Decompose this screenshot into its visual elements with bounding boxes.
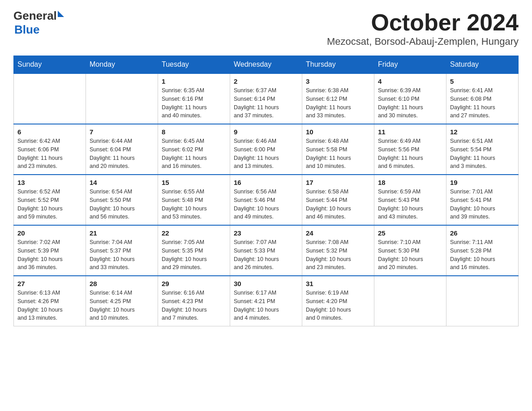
- title-block: October 2024 Mezocsat, Borsod-Abauj-Zemp…: [327, 9, 519, 52]
- calendar-cell: 5Sunrise: 6:41 AMSunset: 6:08 PMDaylight…: [446, 73, 519, 124]
- day-info: Sunrise: 6:52 AMSunset: 5:52 PMDaylight:…: [17, 188, 82, 221]
- day-number: 21: [90, 229, 154, 237]
- day-number: 25: [378, 229, 442, 237]
- day-number: 4: [378, 77, 442, 85]
- logo-triangle-icon: [58, 11, 64, 17]
- weekday-header-thursday: Thursday: [302, 56, 374, 74]
- day-info: Sunrise: 7:04 AMSunset: 5:37 PMDaylight:…: [90, 238, 154, 272]
- day-info: Sunrise: 6:39 AMSunset: 6:10 PMDaylight:…: [378, 86, 442, 120]
- logo: General Blue: [13, 9, 64, 37]
- day-number: 7: [90, 128, 154, 136]
- calendar-cell: 22Sunrise: 7:05 AMSunset: 5:35 PMDayligh…: [158, 225, 230, 276]
- calendar-cell: 13Sunrise: 6:52 AMSunset: 5:52 PMDayligh…: [14, 175, 86, 225]
- calendar-cell: [14, 73, 86, 124]
- calendar-week-row: 6Sunrise: 6:42 AMSunset: 6:06 PMDaylight…: [14, 124, 519, 175]
- day-info: Sunrise: 6:54 AMSunset: 5:50 PMDaylight:…: [90, 188, 154, 221]
- logo-blue: Blue: [14, 23, 39, 37]
- day-number: 22: [162, 229, 226, 237]
- calendar-cell: 30Sunrise: 6:17 AMSunset: 4:21 PMDayligh…: [230, 276, 302, 326]
- day-number: 13: [17, 179, 82, 186]
- calendar-cell: 21Sunrise: 7:04 AMSunset: 5:37 PMDayligh…: [86, 225, 158, 276]
- day-number: 9: [234, 128, 298, 136]
- calendar-cell: 1Sunrise: 6:35 AMSunset: 6:16 PMDaylight…: [158, 73, 230, 124]
- day-number: 12: [450, 128, 515, 136]
- calendar-week-row: 20Sunrise: 7:02 AMSunset: 5:39 PMDayligh…: [14, 225, 519, 276]
- day-number: 18: [378, 179, 442, 186]
- day-info: Sunrise: 7:05 AMSunset: 5:35 PMDaylight:…: [162, 238, 226, 272]
- calendar-cell: 8Sunrise: 6:45 AMSunset: 6:02 PMDaylight…: [158, 124, 230, 175]
- day-number: 26: [450, 229, 515, 237]
- day-info: Sunrise: 6:55 AMSunset: 5:48 PMDaylight:…: [162, 188, 226, 221]
- day-number: 10: [306, 128, 370, 136]
- day-number: 27: [17, 280, 82, 287]
- calendar-cell: 14Sunrise: 6:54 AMSunset: 5:50 PMDayligh…: [86, 175, 158, 225]
- day-number: 14: [90, 179, 154, 186]
- weekday-header-friday: Friday: [374, 56, 446, 74]
- calendar-week-row: 13Sunrise: 6:52 AMSunset: 5:52 PMDayligh…: [14, 175, 519, 225]
- day-number: 5: [450, 77, 515, 85]
- day-number: 17: [306, 179, 370, 186]
- day-info: Sunrise: 7:08 AMSunset: 5:32 PMDaylight:…: [306, 238, 370, 272]
- calendar-cell: 24Sunrise: 7:08 AMSunset: 5:32 PMDayligh…: [302, 225, 374, 276]
- calendar-cell: 31Sunrise: 6:19 AMSunset: 4:20 PMDayligh…: [302, 276, 374, 326]
- calendar-cell: 25Sunrise: 7:10 AMSunset: 5:30 PMDayligh…: [374, 225, 446, 276]
- day-number: 6: [17, 128, 82, 136]
- day-info: Sunrise: 6:49 AMSunset: 5:56 PMDaylight:…: [378, 137, 442, 171]
- day-number: 2: [234, 77, 298, 85]
- day-number: 28: [90, 280, 154, 287]
- calendar-cell: 29Sunrise: 6:16 AMSunset: 4:23 PMDayligh…: [158, 276, 230, 326]
- day-number: 30: [234, 280, 298, 287]
- day-info: Sunrise: 6:16 AMSunset: 4:23 PMDaylight:…: [162, 289, 226, 322]
- day-info: Sunrise: 6:14 AMSunset: 4:25 PMDaylight:…: [90, 289, 154, 322]
- weekday-header-wednesday: Wednesday: [230, 56, 302, 74]
- day-info: Sunrise: 6:13 AMSunset: 4:26 PMDaylight:…: [17, 289, 82, 322]
- calendar-cell: 9Sunrise: 6:46 AMSunset: 6:00 PMDaylight…: [230, 124, 302, 175]
- calendar-cell: 4Sunrise: 6:39 AMSunset: 6:10 PMDaylight…: [374, 73, 446, 124]
- calendar-week-row: 27Sunrise: 6:13 AMSunset: 4:26 PMDayligh…: [14, 276, 519, 326]
- calendar-cell: 18Sunrise: 6:59 AMSunset: 5:43 PMDayligh…: [374, 175, 446, 225]
- calendar-header-row: SundayMondayTuesdayWednesdayThursdayFrid…: [14, 56, 519, 74]
- calendar-cell: 3Sunrise: 6:38 AMSunset: 6:12 PMDaylight…: [302, 73, 374, 124]
- calendar-cell: 26Sunrise: 7:11 AMSunset: 5:28 PMDayligh…: [446, 225, 519, 276]
- calendar-cell: [446, 276, 519, 326]
- day-info: Sunrise: 6:35 AMSunset: 6:16 PMDaylight:…: [162, 86, 226, 120]
- month-title: October 2024: [327, 9, 519, 36]
- calendar-cell: 2Sunrise: 6:37 AMSunset: 6:14 PMDaylight…: [230, 73, 302, 124]
- day-info: Sunrise: 6:41 AMSunset: 6:08 PMDaylight:…: [450, 86, 515, 120]
- day-number: 11: [378, 128, 442, 136]
- calendar-cell: 6Sunrise: 6:42 AMSunset: 6:06 PMDaylight…: [14, 124, 86, 175]
- logo-general: General: [13, 9, 57, 23]
- day-info: Sunrise: 7:01 AMSunset: 5:41 PMDaylight:…: [450, 188, 515, 221]
- day-info: Sunrise: 6:19 AMSunset: 4:20 PMDaylight:…: [306, 289, 370, 322]
- day-number: 29: [162, 280, 226, 287]
- page-header: General Blue October 2024 Mezocsat, Bors…: [13, 9, 519, 52]
- calendar-cell: 15Sunrise: 6:55 AMSunset: 5:48 PMDayligh…: [158, 175, 230, 225]
- location-title: Mezocsat, Borsod-Abauj-Zemplen, Hungary: [327, 36, 519, 47]
- day-info: Sunrise: 6:42 AMSunset: 6:06 PMDaylight:…: [17, 137, 82, 171]
- day-info: Sunrise: 6:56 AMSunset: 5:46 PMDaylight:…: [234, 188, 298, 221]
- day-info: Sunrise: 7:10 AMSunset: 5:30 PMDaylight:…: [378, 238, 442, 272]
- day-number: 15: [162, 179, 226, 186]
- day-number: 1: [162, 77, 226, 85]
- day-info: Sunrise: 6:45 AMSunset: 6:02 PMDaylight:…: [162, 137, 226, 171]
- weekday-header-monday: Monday: [86, 56, 158, 74]
- day-number: 3: [306, 77, 370, 85]
- day-info: Sunrise: 7:07 AMSunset: 5:33 PMDaylight:…: [234, 238, 298, 272]
- day-info: Sunrise: 6:58 AMSunset: 5:44 PMDaylight:…: [306, 188, 370, 221]
- calendar-cell: 27Sunrise: 6:13 AMSunset: 4:26 PMDayligh…: [14, 276, 86, 326]
- day-info: Sunrise: 6:17 AMSunset: 4:21 PMDaylight:…: [234, 289, 298, 322]
- calendar-cell: 10Sunrise: 6:48 AMSunset: 5:58 PMDayligh…: [302, 124, 374, 175]
- day-info: Sunrise: 6:51 AMSunset: 5:54 PMDaylight:…: [450, 137, 515, 171]
- day-info: Sunrise: 6:48 AMSunset: 5:58 PMDaylight:…: [306, 137, 370, 171]
- calendar-cell: [374, 276, 446, 326]
- day-info: Sunrise: 6:44 AMSunset: 6:04 PMDaylight:…: [90, 137, 154, 171]
- day-info: Sunrise: 6:37 AMSunset: 6:14 PMDaylight:…: [234, 86, 298, 120]
- calendar-cell: 12Sunrise: 6:51 AMSunset: 5:54 PMDayligh…: [446, 124, 519, 175]
- calendar-cell: 20Sunrise: 7:02 AMSunset: 5:39 PMDayligh…: [14, 225, 86, 276]
- weekday-header-saturday: Saturday: [446, 56, 519, 74]
- weekday-header-sunday: Sunday: [14, 56, 86, 74]
- day-info: Sunrise: 7:02 AMSunset: 5:39 PMDaylight:…: [17, 238, 82, 272]
- calendar-table: SundayMondayTuesdayWednesdayThursdayFrid…: [13, 56, 519, 326]
- calendar-week-row: 1Sunrise: 6:35 AMSunset: 6:16 PMDaylight…: [14, 73, 519, 124]
- day-number: 19: [450, 179, 515, 186]
